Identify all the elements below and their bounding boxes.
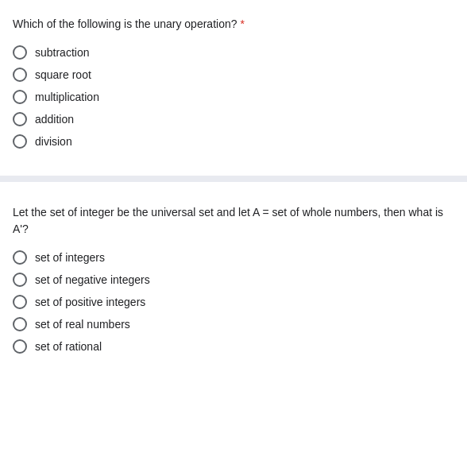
option-text: square root xyxy=(35,68,91,81)
option-item[interactable]: subtraction xyxy=(13,45,454,60)
option-item[interactable]: set of negative integers xyxy=(13,273,454,287)
option-label[interactable]: square root xyxy=(13,68,91,82)
option-text: division xyxy=(35,135,72,148)
option-text: addition xyxy=(35,113,74,126)
option-label[interactable]: set of real numbers xyxy=(13,317,130,331)
radio-button[interactable] xyxy=(13,90,27,104)
question-1-options: subtraction square root multiplication a… xyxy=(13,45,454,149)
option-item[interactable]: addition xyxy=(13,112,454,126)
option-label[interactable]: set of positive integers xyxy=(13,295,145,309)
question-1-block: Which of the following is the unary oper… xyxy=(0,0,467,169)
radio-button[interactable] xyxy=(13,250,27,265)
radio-button[interactable] xyxy=(13,68,27,82)
question-2-text: Let the set of integer be the universal … xyxy=(13,204,454,238)
option-item[interactable]: set of real numbers xyxy=(13,317,454,331)
radio-button[interactable] xyxy=(13,45,27,60)
option-item[interactable]: square root xyxy=(13,68,454,82)
radio-button[interactable] xyxy=(13,273,27,287)
option-item[interactable]: set of positive integers xyxy=(13,295,454,309)
option-text: multiplication xyxy=(35,91,99,103)
question-2-options: set of integers set of negative integers… xyxy=(13,250,454,354)
option-item[interactable]: multiplication xyxy=(13,90,454,104)
question-2-block: Let the set of integer be the universal … xyxy=(0,188,467,374)
option-item[interactable]: set of integers xyxy=(13,250,454,265)
radio-button[interactable] xyxy=(13,295,27,309)
option-label[interactable]: subtraction xyxy=(13,45,89,60)
option-item[interactable]: division xyxy=(13,134,454,149)
radio-button[interactable] xyxy=(13,112,27,126)
option-text: set of negative integers xyxy=(35,273,150,286)
option-text: set of integers xyxy=(35,251,105,264)
option-text: set of real numbers xyxy=(35,318,130,331)
section-divider xyxy=(0,176,467,182)
radio-button[interactable] xyxy=(13,317,27,331)
option-label[interactable]: division xyxy=(13,134,72,149)
radio-button[interactable] xyxy=(13,134,27,149)
option-text: subtraction xyxy=(35,46,89,59)
option-text: set of positive integers xyxy=(35,296,145,308)
option-label[interactable]: set of negative integers xyxy=(13,273,150,287)
option-item[interactable]: set of rational xyxy=(13,339,454,354)
radio-button[interactable] xyxy=(13,339,27,354)
option-text: set of rational xyxy=(35,340,102,353)
question-1-text: Which of the following is the unary oper… xyxy=(13,16,454,33)
option-label[interactable]: set of integers xyxy=(13,250,105,265)
option-label[interactable]: addition xyxy=(13,112,74,126)
question-1-label: Which of the following is the unary oper… xyxy=(13,17,237,30)
option-label[interactable]: multiplication xyxy=(13,90,99,104)
option-label[interactable]: set of rational xyxy=(13,339,102,354)
required-star-1: * xyxy=(241,17,245,30)
